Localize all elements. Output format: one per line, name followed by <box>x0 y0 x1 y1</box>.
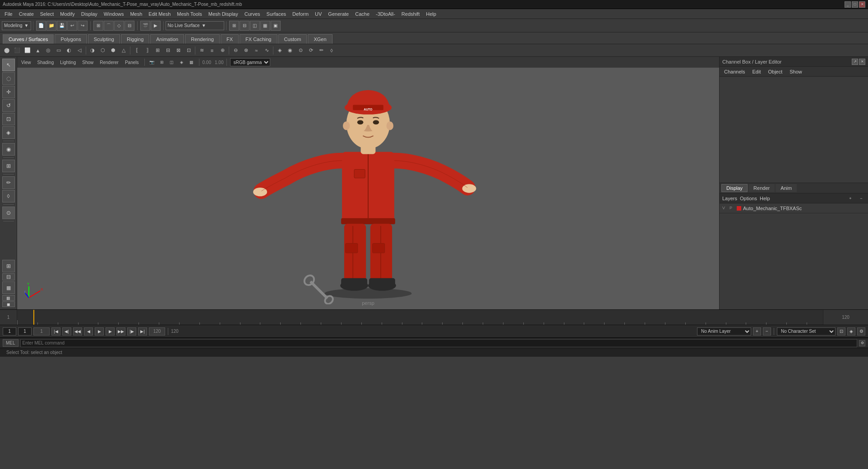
maximize-button[interactable]: □ <box>852 1 858 8</box>
lighting-menu-button[interactable]: Lighting <box>58 60 78 65</box>
tab-curves-surfaces[interactable]: Curves / Surfaces <box>3 34 54 44</box>
nurbs-cone-icon[interactable]: △ <box>119 46 129 55</box>
solid-button[interactable]: ◼ <box>2 301 15 307</box>
anim-layer-select[interactable]: No Anim Layer <box>697 327 751 336</box>
menu-windows[interactable]: Windows <box>101 10 127 18</box>
tab-fx-caching[interactable]: FX Caching <box>240 34 277 44</box>
pb-goto-end[interactable]: ▶| <box>138 327 147 336</box>
vp-cam-icon[interactable]: 📷 <box>148 58 156 66</box>
combine-icon[interactable]: ⊟ <box>163 46 173 55</box>
cube-icon[interactable]: ⬛ <box>12 46 22 55</box>
nurbs-sphere-icon[interactable]: ◑ <box>88 46 97 55</box>
display-btn-2[interactable]: ⊟ <box>240 21 249 31</box>
crease-icon[interactable]: ∿ <box>262 46 272 55</box>
menu-modify[interactable]: Modify <box>57 10 77 18</box>
vp-sel-icon[interactable]: ◈ <box>178 58 186 66</box>
menu-deform[interactable]: Deform <box>290 10 311 18</box>
render-button[interactable]: 🎬 <box>140 21 150 31</box>
sculpt-tool-button[interactable]: ◊ <box>2 190 15 202</box>
prism-icon[interactable]: ◁ <box>74 46 84 55</box>
select-tool-button[interactable]: ↖ <box>2 59 15 71</box>
universal-manip-button[interactable]: ◈ <box>2 126 15 139</box>
rp-tab-show[interactable]: Show <box>788 68 804 75</box>
menu-help[interactable]: Help <box>423 10 439 18</box>
move-tool-button[interactable]: ✛ <box>2 86 15 98</box>
minimize-button[interactable]: _ <box>845 1 851 8</box>
layer-p[interactable]: P <box>729 206 735 211</box>
close-button[interactable]: ✕ <box>859 1 865 8</box>
subdiv-icon[interactable]: ≡ <box>207 46 217 55</box>
display-btn-1[interactable]: ⊞ <box>229 21 239 31</box>
menu-select[interactable]: Select <box>37 10 57 18</box>
current-frame-input[interactable] <box>3 327 16 336</box>
menu-mesh[interactable]: Mesh <box>127 10 145 18</box>
mel-input[interactable] <box>20 339 857 347</box>
layers-help[interactable]: Help <box>760 196 770 201</box>
renderer-menu-button[interactable]: Renderer <box>97 60 121 65</box>
workspace-dropdown[interactable]: Modeling ▼ <box>2 21 31 30</box>
display-btn-4[interactable]: ▦ <box>260 21 270 31</box>
cone-icon[interactable]: ▲ <box>33 46 43 55</box>
rp-btab-anim[interactable]: Anim <box>776 184 797 192</box>
rp-tab-edit[interactable]: Edit <box>750 68 762 75</box>
menu-curves[interactable]: Curves <box>242 10 263 18</box>
layer-name[interactable]: Auto_Mechanic_TFBXASc <box>743 206 802 211</box>
torus-icon[interactable]: ◎ <box>43 46 53 55</box>
menu-create[interactable]: Create <box>16 10 37 18</box>
menu-redshift[interactable]: Redshift <box>399 10 422 18</box>
panel-close-button[interactable]: ✕ <box>859 59 865 65</box>
snap-view-button[interactable]: ⊟ <box>125 21 134 31</box>
char-set-icon-2[interactable]: ◈ <box>847 327 855 336</box>
grid-toggle-button[interactable]: ⊟ <box>2 273 15 280</box>
pb-goto-start[interactable]: |◀ <box>51 327 60 336</box>
soft-mod-icon[interactable]: ◊ <box>327 46 337 55</box>
menu-cache[interactable]: Cache <box>352 10 372 18</box>
layers-label[interactable]: Layers <box>722 196 737 201</box>
menu-uv[interactable]: UV <box>312 10 324 18</box>
display-btn-3[interactable]: ◫ <box>250 21 260 31</box>
pb-prev-key[interactable]: ◀| <box>62 327 71 336</box>
mel-options-button[interactable]: ⚙ <box>859 340 865 346</box>
disk-icon[interactable]: ◐ <box>64 46 74 55</box>
pb-back[interactable]: ◀ <box>84 327 93 336</box>
lasso-select-button[interactable]: ◌ <box>2 72 15 85</box>
vp-display-icon[interactable]: ◫ <box>168 58 176 66</box>
layers-options[interactable]: Options <box>740 196 757 201</box>
mel-type-select[interactable]: MEL <box>3 339 18 347</box>
scale-tool-button[interactable]: ⊡ <box>2 113 15 125</box>
grow-icon[interactable]: ◉ <box>285 46 295 55</box>
shading-menu-button[interactable]: Shading <box>35 60 56 65</box>
display-btn-5[interactable]: ▣ <box>271 21 281 31</box>
edge-loop-icon[interactable]: ⊖ <box>231 46 240 55</box>
undo-button[interactable]: ↩ <box>67 21 77 31</box>
tab-custom[interactable]: Custom <box>278 34 307 44</box>
pb-forward[interactable]: ▶ <box>106 327 115 336</box>
bevel-icon[interactable]: ⟧ <box>142 46 152 55</box>
mirror-icon[interactable]: ⊡ <box>184 46 194 55</box>
tab-polygons[interactable]: Polygons <box>55 34 87 44</box>
menu-edit-mesh[interactable]: Edit Mesh <box>146 10 173 18</box>
reduce-icon[interactable]: ⊕ <box>217 46 227 55</box>
nurbs-cyl-icon[interactable]: ⬢ <box>108 46 118 55</box>
paint-tool-button[interactable]: ✏ <box>2 176 15 189</box>
layer-add-button[interactable]: + <box>846 195 854 202</box>
menu-file[interactable]: File <box>2 10 15 18</box>
frame-input-2[interactable] <box>18 327 32 336</box>
snap-all-button[interactable]: ▦ <box>2 281 15 294</box>
vp-grid-icon[interactable]: ⊞ <box>158 58 166 66</box>
extrude-icon[interactable]: ⟦ <box>132 46 142 55</box>
rp-btab-render[interactable]: Render <box>748 184 775 192</box>
panel-float-button[interactable]: ↗ <box>852 59 858 65</box>
layer-v[interactable]: V <box>722 206 728 211</box>
rp-btab-display[interactable]: Display <box>721 184 748 192</box>
plane-icon[interactable]: ▭ <box>54 46 64 55</box>
path-icon[interactable]: ≈ <box>251 46 261 55</box>
char-set-prefs[interactable]: ⚙ <box>857 327 865 336</box>
tab-rendering[interactable]: Rendering <box>185 34 220 44</box>
shrink-icon[interactable]: ⊙ <box>295 46 305 55</box>
save-scene-button[interactable]: 💾 <box>57 21 67 31</box>
tab-xgen[interactable]: XGen <box>308 34 332 44</box>
open-scene-button[interactable]: 📁 <box>46 21 56 31</box>
panels-menu-button[interactable]: Panels <box>123 60 141 65</box>
wireframe-button[interactable]: ▦ <box>2 295 15 301</box>
